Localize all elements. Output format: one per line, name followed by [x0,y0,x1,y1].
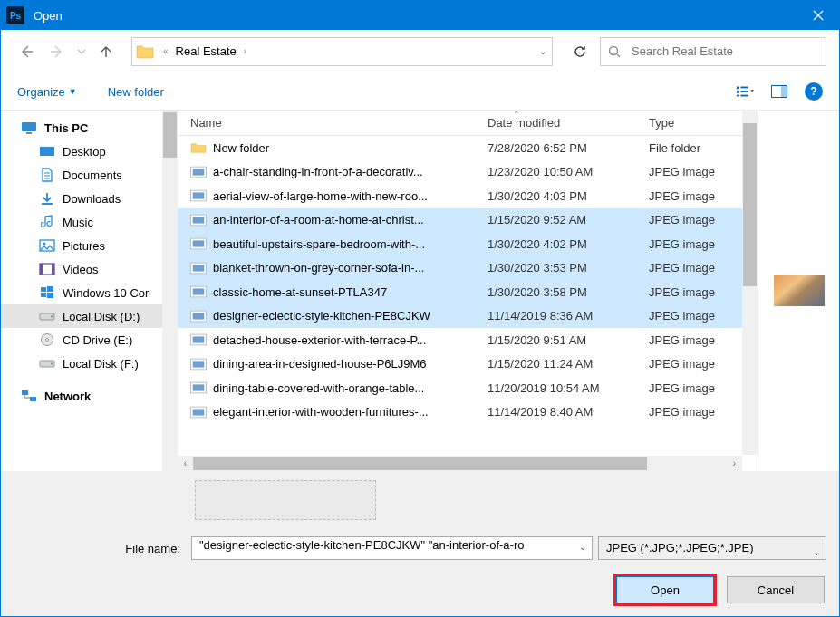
tree-item-label: Local Disk (F:) [63,357,139,371]
svg-rect-48 [193,313,205,319]
address-bar[interactable]: « Real Estate › ⌄ [131,37,553,66]
arrow-up-icon [99,44,113,59]
tree-item[interactable]: Windows 10 Cor [1,281,178,304]
file-row[interactable]: dining-table-covered-with-orange-table..… [178,376,758,400]
refresh-button[interactable] [565,37,594,66]
list-horizontal-scrollbar[interactable]: ‹ › [178,456,742,471]
tree-network[interactable]: Network [1,384,178,408]
tree-item-icon [39,333,55,347]
chevron-down-icon[interactable]: ⌄ [579,542,586,552]
svg-rect-21 [40,264,43,275]
tree-item-icon [39,215,55,229]
nav-up-button[interactable] [93,39,119,64]
tree-item[interactable]: Desktop [1,140,178,163]
new-folder-button[interactable]: New folder [108,85,164,99]
file-list[interactable]: New folder7/28/2020 6:52 PMFile foldera-… [178,136,758,471]
column-header-name[interactable]: Name [178,116,475,130]
file-list-area: ⌃ Name Date modified Type New folder7/28… [178,111,758,471]
tree-item[interactable]: Music [1,210,178,234]
addressbar-dropdown-icon[interactable]: ⌄ [539,46,546,56]
file-date: 1/30/2020 4:02 PM [475,237,636,251]
file-row[interactable]: elegant-interior-with-wooden-furnitures-… [178,400,758,425]
scroll-left-icon[interactable]: ‹ [178,458,193,468]
tree-item-label: Videos [63,263,99,276]
file-name: classic-home-at-sunset-PTLA347 [213,285,387,299]
file-row[interactable]: aerial-view-of-large-home-with-new-roo..… [178,184,758,208]
scroll-right-icon[interactable]: › [727,458,742,468]
help-button[interactable]: ? [805,82,823,101]
nav-recent-dropdown[interactable] [75,39,88,64]
tree-item-label: Documents [63,169,122,182]
search-input[interactable] [630,43,818,59]
preview-pane-button[interactable] [770,82,788,101]
list-vertical-scrollbar[interactable] [742,111,758,455]
nav-forward-button[interactable] [44,39,70,64]
file-row[interactable]: designer-eclectic-style-kitchen-PE8CJKW1… [178,304,758,329]
svg-rect-23 [41,287,46,292]
chevron-down-icon[interactable]: ⌄ [813,542,820,564]
file-type: JPEG image [636,237,758,251]
tree-item[interactable]: Documents [1,163,178,187]
file-row[interactable]: detached-house-exterior-with-terrace-P..… [178,328,758,352]
filename-input[interactable] [198,537,570,553]
search-icon [608,45,621,58]
search-box[interactable] [600,37,826,66]
svg-rect-33 [22,390,28,395]
tree-item-icon [39,168,55,182]
svg-rect-14 [40,147,54,156]
tree-item[interactable]: Pictures [1,234,178,257]
column-header-type[interactable]: Type [636,116,758,130]
svg-rect-13 [26,132,32,134]
tree-item-label: Pictures [63,239,105,253]
tree-item[interactable]: Videos [1,257,178,281]
file-row[interactable]: beautiful-upstairs-spare-bedroom-with-..… [178,232,758,256]
filetype-filter[interactable]: JPEG (*.JPG;*.JPEG;*.JPE) ⌄ [598,536,826,560]
file-name: a-chair-standing-in-front-of-a-decorativ… [213,165,423,178]
filename-combobox[interactable]: ⌄ [191,536,593,560]
scrollbar-thumb[interactable] [193,457,647,470]
tree-item[interactable]: CD Drive (E:) [1,328,178,352]
scrollbar-thumb[interactable] [163,112,177,158]
open-dialog: Ps Open « Real Estate › ⌄ Organize ▼ [0,0,840,617]
tree-this-pc[interactable]: This PC [1,116,178,140]
tree-item[interactable]: Downloads [1,187,178,210]
tree-item[interactable]: Local Disk (D:) [1,304,178,328]
file-date: 1/30/2020 4:03 PM [475,189,636,203]
file-row[interactable]: an-interior-of-a-room-at-home-at-christ.… [178,208,758,233]
file-name: elegant-interior-with-wooden-furnitures-… [213,405,429,419]
cancel-button[interactable]: Cancel [727,576,825,603]
close-button[interactable] [797,1,839,30]
help-icon: ? [810,85,816,98]
chevron-down-icon [77,47,86,56]
network-icon [21,389,37,403]
svg-rect-46 [193,289,205,295]
breadcrumb-current[interactable]: Real Estate [174,42,238,61]
organize-menu[interactable]: Organize ▼ [17,85,77,99]
file-date: 1/15/2020 9:51 AM [475,333,636,347]
file-date: 11/20/2019 10:54 AM [475,381,636,395]
svg-line-3 [617,53,621,57]
this-pc-icon [21,121,37,135]
chevron-right-icon[interactable]: › [238,46,252,56]
file-type: JPEG image [636,213,758,227]
tree-item-icon [39,191,55,206]
file-row[interactable]: dining-area-in-designed-house-P6LJ9M61/1… [178,352,758,377]
file-type: JPEG image [636,405,758,419]
column-header-date[interactable]: Date modified [475,116,636,130]
svg-point-30 [46,339,49,342]
nav-back-button[interactable] [14,39,39,64]
open-button[interactable]: Open [616,576,714,603]
tree-item[interactable]: Local Disk (F:) [1,352,178,375]
scrollbar-thumb[interactable] [743,123,757,286]
file-row[interactable]: classic-home-at-sunset-PTLA3471/30/2020 … [178,280,758,304]
file-row[interactable]: New folder7/28/2020 6:52 PMFile folder [178,136,758,160]
preview-pane [758,111,839,471]
svg-rect-50 [193,337,205,343]
file-row[interactable]: a-chair-standing-in-front-of-a-decorativ… [178,160,758,185]
tree-scrollbar[interactable] [162,111,178,471]
close-icon [813,10,824,21]
folder-tree: This PC DesktopDocumentsDownloadsMusicPi… [1,111,178,471]
view-options-button[interactable] [736,82,754,101]
svg-rect-6 [737,95,739,97]
file-row[interactable]: blanket-thrown-on-grey-corner-sofa-in-..… [178,256,758,281]
